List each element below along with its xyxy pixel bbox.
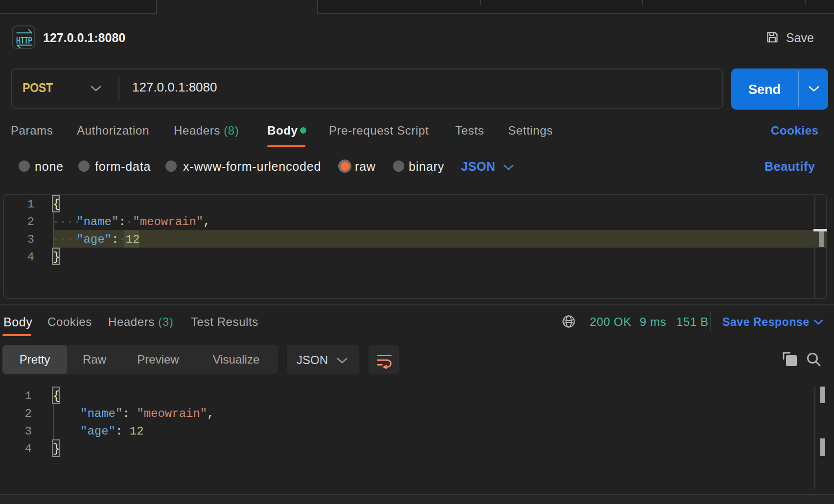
svg-text:HTTP: HTTP: [16, 36, 32, 46]
